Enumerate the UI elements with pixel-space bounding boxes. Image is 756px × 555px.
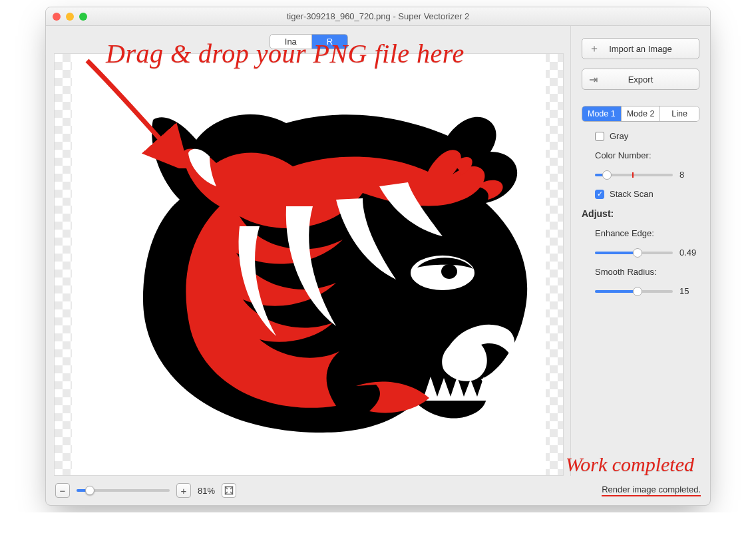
sidebar: ＋ Import an Image ⇥ Export Mode 1 Mode 2… <box>570 26 710 476</box>
enhance-label: Enhance Edge: <box>582 228 699 238</box>
status-text: Render image completed. <box>602 484 701 496</box>
slider-thumb[interactable] <box>633 287 642 296</box>
import-button[interactable]: ＋ Import an Image <box>582 38 699 59</box>
stack-scan-label: Stack Scan <box>610 189 654 199</box>
gray-row[interactable]: Gray <box>582 131 699 141</box>
titlebar[interactable]: tiger-309218_960_720.png - Super Vectori… <box>46 7 710 26</box>
segment-original[interactable]: Ina <box>270 35 312 49</box>
mode-1[interactable]: Mode 1 <box>582 106 622 121</box>
adjust-heading: Adjust: <box>582 208 699 219</box>
stack-scan-row[interactable]: ✓ Stack Scan <box>582 189 699 199</box>
expand-icon <box>224 486 234 495</box>
export-icon: ⇥ <box>589 73 598 86</box>
body: Ina R <box>46 26 710 476</box>
slider-thumb[interactable] <box>85 486 94 495</box>
zoom-out-button[interactable]: − <box>55 483 70 498</box>
zoom-in-button[interactable]: + <box>176 483 191 498</box>
canvas-area: Ina R <box>46 26 570 476</box>
smooth-slider[interactable]: 15 <box>582 286 699 296</box>
stack-scan-checkbox[interactable]: ✓ <box>595 190 604 199</box>
smooth-label: Smooth Radius: <box>582 267 699 277</box>
mode-line[interactable]: Line <box>660 106 699 121</box>
canvas-viewport[interactable] <box>54 53 564 476</box>
app-window: tiger-309218_960_720.png - Super Vectori… <box>45 7 711 506</box>
svg-point-1 <box>441 264 457 279</box>
smooth-value: 15 <box>679 286 699 296</box>
slider-thumb[interactable] <box>633 248 642 258</box>
color-number-slider[interactable]: 8 <box>582 170 699 180</box>
mode-2[interactable]: Mode 2 <box>622 106 661 121</box>
enhance-value: 0.49 <box>679 248 699 258</box>
color-number-value: 8 <box>679 170 699 180</box>
fit-to-screen-button[interactable] <box>222 483 236 498</box>
plus-icon: ＋ <box>589 42 600 56</box>
zoom-slider[interactable] <box>77 489 170 492</box>
vectorized-image <box>116 100 542 446</box>
slider-mark <box>632 172 634 178</box>
zoom-value: 81% <box>198 486 215 496</box>
footer: − + 81% Render image completed. <box>46 476 710 505</box>
view-segmented[interactable]: Ina R <box>270 34 348 49</box>
mode-segmented[interactable]: Mode 1 Mode 2 Line <box>582 106 699 122</box>
window-title: tiger-309218_960_720.png - Super Vectori… <box>46 11 710 21</box>
gray-label: Gray <box>610 131 628 141</box>
segment-result[interactable]: R <box>312 35 347 49</box>
slider-thumb[interactable] <box>602 170 612 180</box>
color-number-label: Color Number: <box>582 150 699 160</box>
enhance-slider[interactable]: 0.49 <box>582 248 699 258</box>
export-button[interactable]: ⇥ Export <box>582 69 699 90</box>
gray-checkbox[interactable] <box>595 132 604 141</box>
